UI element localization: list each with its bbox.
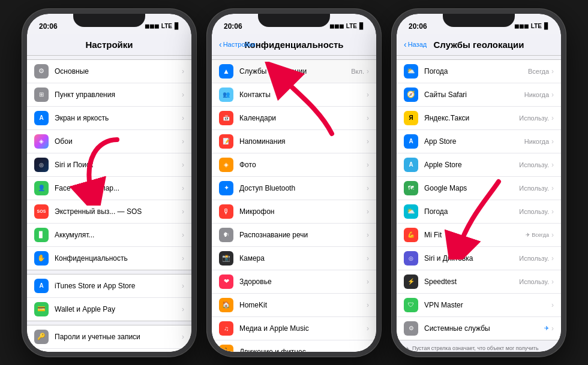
list-item[interactable]: 📅 Календари ›	[212, 107, 376, 130]
list-item[interactable]: 👤 Face ID и код-пар... ›	[27, 177, 191, 200]
list-item[interactable]: ♫ Медиа и Apple Music ›	[212, 317, 376, 340]
status-icons-1: ◼◼◼ LTE ▊	[145, 23, 179, 29]
list-item[interactable]: ✦ Доступ Bluetooth ›	[212, 177, 376, 200]
control-icon: ⊞	[34, 88, 49, 102]
group-1-2: A iTunes Store и App Store › 💳 Wallet и …	[27, 274, 191, 321]
status-time-2: 20:06	[224, 22, 242, 31]
list-item[interactable]: ⚙ Основные ›	[27, 60, 191, 83]
status-time-1: 20:06	[39, 22, 58, 31]
item-label: Siri и Поиск	[55, 161, 182, 169]
camera-icon: 📸	[219, 251, 233, 266]
item-label: Аккумулят...	[55, 231, 182, 239]
applestore-icon: A	[404, 158, 418, 172]
status-time-3: 20:06	[409, 22, 427, 31]
safari-icon: 🧭	[404, 88, 418, 102]
item-label: Погода	[424, 207, 519, 216]
list-item[interactable]: 🛡 VPN Master ›	[397, 294, 561, 317]
list-item[interactable]: 💪 Mi Fit ✈ Всегда ›	[397, 224, 561, 247]
battery-icon: ▊	[34, 228, 49, 242]
yandex-icon: Я	[404, 111, 418, 125]
list-item[interactable]: ⛅ Погода Всегда ›	[397, 60, 561, 83]
list-item[interactable]: A Экран и яркость ›	[27, 107, 191, 130]
list-item[interactable]: 👥 Контакты ›	[212, 83, 376, 107]
nav-back-2[interactable]: ‹ Настройки	[219, 40, 256, 49]
item-label: Распознавание речи	[239, 231, 367, 239]
list-item[interactable]: ⛅ Погода Использу. ›	[397, 200, 561, 224]
nav-back-3[interactable]: ‹ Назад	[404, 40, 427, 49]
list-item[interactable]: ▲ Службы геолокации Вкл. ›	[212, 60, 376, 83]
item-label: Медиа и Apple Music	[239, 324, 367, 333]
item-label: Пункт управления	[55, 91, 182, 99]
status-icons-3: ◼◼◼ LTE ▊	[514, 23, 549, 29]
list-item[interactable]: 🗺 Google Maps Использу. ›	[397, 177, 561, 200]
status-icons-2: ◼◼◼ LTE ▊	[329, 23, 364, 29]
list-item[interactable]: 🗣 Распознавание речи ›	[212, 224, 376, 247]
item-label: Wallet и Apple Pay	[55, 305, 182, 313]
screen-3: 20:06 ◼◼◼ LTE ▊ ‹ Назад Службы геолокаци…	[397, 14, 561, 352]
list-item[interactable]: ⊞ Пункт управления ›	[27, 83, 191, 107]
itunes-icon: A	[34, 279, 49, 293]
list-item[interactable]: 🏠 HomeKit ›	[212, 294, 376, 317]
list-item[interactable]: ◈ Фото ›	[212, 153, 376, 177]
list-item[interactable]: ◈ Обои ›	[27, 130, 191, 153]
list-item[interactable]: 📸 Камера ›	[212, 247, 376, 270]
item-label: Здоровье	[239, 277, 367, 286]
health-icon: ❤	[219, 274, 233, 289]
fitness-icon: 🏃	[219, 345, 233, 352]
bluetooth-icon: ✦	[219, 181, 233, 195]
sos-icon: SOS	[34, 204, 49, 219]
list-item[interactable]: ▊ Аккумулят... ›	[27, 224, 191, 247]
list-item[interactable]: ❤ Здоровье ›	[212, 270, 376, 294]
list-item[interactable]: A Apple Store Использу. ›	[397, 153, 561, 177]
list-item[interactable]: SOS Экстренный выз... — SOS ›	[27, 200, 191, 224]
list-item[interactable]: Я Яндекс.Такси Использу. ›	[397, 107, 561, 130]
screen-2: 20:06 ◼◼◼ LTE ▊ ‹ Настройки Конфиденциал…	[212, 14, 376, 352]
location-icon: ▲	[219, 64, 233, 79]
list-item[interactable]: 📝 Напоминания ›	[212, 130, 376, 153]
list-item[interactable]: ✋ Конфиденциальность ›	[27, 247, 191, 270]
list-item[interactable]: 💳 Wallet и Apple Pay ›	[27, 298, 191, 321]
item-label: Фото	[239, 161, 367, 169]
item-label: Календари	[239, 114, 367, 122]
phone-2: 20:06 ◼◼◼ LTE ▊ ‹ Настройки Конфиденциал…	[207, 9, 381, 357]
list-item[interactable]: ⚡ Speedtest Использу. ›	[397, 270, 561, 294]
item-label: Погода	[424, 67, 528, 76]
music-icon: ♫	[219, 321, 233, 336]
list-item[interactable]: 🏃 Движение и фитнес ›	[212, 340, 376, 352]
passwords-icon: 🔑	[34, 330, 49, 344]
item-label: Пароли и учетные записи	[55, 333, 182, 341]
scroll-area-3[interactable]: ⛅ Погода Всегда › 🧭 Сайты Safari Никогда…	[397, 56, 561, 352]
microphone-icon: 🎙	[219, 204, 233, 219]
item-label: Google Maps	[424, 184, 519, 192]
weather-icon: ⛅	[404, 64, 418, 79]
list-item[interactable]: A iTunes Store и App Store ›	[27, 274, 191, 298]
item-label: Обои	[55, 137, 182, 146]
settings-icon: ⚙	[34, 64, 49, 79]
scroll-area-2[interactable]: ▲ Службы геолокации Вкл. › 👥 Контакты › …	[212, 56, 376, 352]
item-label: Экран и яркость	[55, 114, 182, 122]
list-item[interactable]: 🔑 Пароли и учетные записи ›	[27, 325, 191, 349]
item-label: Сайты Safari	[424, 91, 524, 99]
list-item[interactable]: ⚙ Системные службы ✈ ›	[397, 317, 561, 340]
location-legend: ✈ Пустая стрелка означает, что объект мо…	[397, 340, 561, 352]
scroll-area-1[interactable]: ⚙ Основные › ⊞ Пункт управления › A Экра…	[27, 56, 191, 352]
list-item[interactable]: 🧭 Сайты Safari Никогда ›	[397, 83, 561, 107]
notch-2	[258, 14, 330, 27]
photos-icon: ◈	[219, 158, 233, 172]
screen-1: 20:06 ◼◼◼ LTE ▊ Настройки ⚙ Основные	[27, 14, 191, 352]
privacy-icon: ✋	[34, 251, 49, 266]
list-item[interactable]: ◎ Siri и Поиск ›	[27, 153, 191, 177]
notch-1	[73, 14, 145, 27]
nav-bar-3: ‹ Назад Службы геолокации	[397, 34, 561, 56]
item-label: Яндекс.Такси	[424, 114, 519, 122]
item-label: Системные службы	[424, 324, 544, 333]
gmaps-icon: 🗺	[404, 181, 418, 195]
list-item[interactable]: 🎙 Микрофон ›	[212, 200, 376, 224]
list-item[interactable]: ✉ Почта ›	[27, 349, 191, 352]
wallpaper-icon: ◈	[34, 134, 49, 149]
brightness-icon: A	[34, 111, 49, 125]
item-label: Speedtest	[424, 277, 519, 286]
list-item[interactable]: A App Store Никогда ›	[397, 130, 561, 153]
list-item[interactable]: ◎ Siri и Диктовка Использу. ›	[397, 247, 561, 270]
item-label: Face ID и код-пар...	[55, 184, 182, 192]
